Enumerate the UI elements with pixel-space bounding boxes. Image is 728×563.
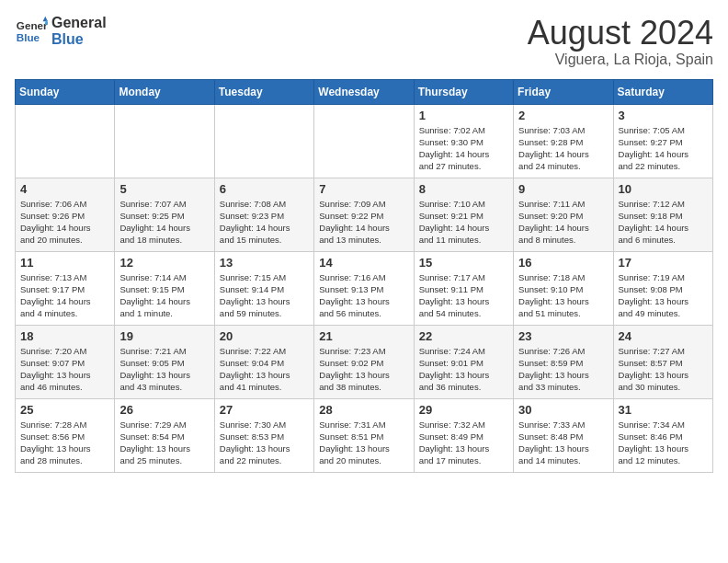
day-number: 16: [518, 256, 608, 270]
day-info: Sunrise: 7:05 AM Sunset: 9:27 PM Dayligh…: [619, 124, 708, 173]
day-number: 18: [20, 329, 109, 343]
day-info: Sunrise: 7:15 AM Sunset: 9:14 PM Dayligh…: [220, 271, 309, 320]
day-number: 13: [220, 256, 309, 270]
day-number: 6: [220, 182, 309, 196]
day-number: 10: [619, 182, 708, 196]
calendar-cell: 25Sunrise: 7:28 AM Sunset: 8:56 PM Dayli…: [16, 398, 115, 472]
calendar-cell: 19Sunrise: 7:21 AM Sunset: 9:05 PM Dayli…: [115, 325, 214, 398]
weekday-header-monday: Monday: [115, 79, 214, 104]
day-info: Sunrise: 7:08 AM Sunset: 9:23 PM Dayligh…: [220, 198, 309, 247]
calendar-cell: [214, 104, 313, 178]
weekday-header-saturday: Saturday: [613, 79, 712, 104]
logo-general: General: [51, 15, 107, 31]
calendar-cell: 17Sunrise: 7:19 AM Sunset: 9:08 PM Dayli…: [613, 251, 712, 325]
calendar-week-row: 25Sunrise: 7:28 AM Sunset: 8:56 PM Dayli…: [16, 398, 713, 472]
logo-icon: General Blue: [15, 15, 48, 48]
day-number: 3: [619, 109, 708, 122]
day-info: Sunrise: 7:03 AM Sunset: 9:28 PM Dayligh…: [518, 124, 608, 173]
day-info: Sunrise: 7:06 AM Sunset: 9:26 PM Dayligh…: [20, 198, 109, 247]
calendar-cell: 10Sunrise: 7:12 AM Sunset: 9:18 PM Dayli…: [613, 178, 712, 251]
calendar-cell: 11Sunrise: 7:13 AM Sunset: 9:17 PM Dayli…: [16, 251, 115, 325]
calendar-cell: 22Sunrise: 7:24 AM Sunset: 9:01 PM Dayli…: [414, 325, 513, 398]
title-block: August 2024 Viguera, La Rioja, Spain: [528, 15, 713, 68]
day-number: 9: [518, 182, 608, 196]
day-number: 26: [119, 403, 209, 417]
day-info: Sunrise: 7:10 AM Sunset: 9:21 PM Dayligh…: [419, 198, 508, 247]
day-info: Sunrise: 7:32 AM Sunset: 8:49 PM Dayligh…: [419, 419, 508, 467]
svg-text:Blue: Blue: [17, 31, 40, 43]
calendar-cell: 15Sunrise: 7:17 AM Sunset: 9:11 PM Dayli…: [414, 251, 513, 325]
day-number: 24: [619, 329, 708, 343]
page-header: General Blue General Blue August 2024 Vi…: [15, 15, 713, 68]
day-info: Sunrise: 7:22 AM Sunset: 9:04 PM Dayligh…: [220, 345, 309, 394]
day-number: 7: [319, 182, 408, 196]
weekday-header-sunday: Sunday: [16, 79, 115, 104]
calendar-cell: 5Sunrise: 7:07 AM Sunset: 9:25 PM Daylig…: [115, 178, 214, 251]
day-number: 11: [20, 256, 109, 270]
day-info: Sunrise: 7:23 AM Sunset: 9:02 PM Dayligh…: [319, 345, 408, 394]
day-number: 14: [319, 256, 408, 270]
weekday-header-wednesday: Wednesday: [314, 79, 414, 104]
calendar-week-row: 1Sunrise: 7:02 AM Sunset: 9:30 PM Daylig…: [16, 104, 713, 178]
weekday-header-thursday: Thursday: [414, 79, 513, 104]
calendar-cell: 31Sunrise: 7:34 AM Sunset: 8:46 PM Dayli…: [613, 398, 712, 472]
day-info: Sunrise: 7:24 AM Sunset: 9:01 PM Dayligh…: [419, 345, 508, 394]
calendar-cell: 13Sunrise: 7:15 AM Sunset: 9:14 PM Dayli…: [214, 251, 313, 325]
day-info: Sunrise: 7:17 AM Sunset: 9:11 PM Dayligh…: [419, 271, 508, 320]
calendar-cell: [115, 104, 214, 178]
calendar-cell: 4Sunrise: 7:06 AM Sunset: 9:26 PM Daylig…: [16, 178, 115, 251]
day-number: 31: [619, 403, 708, 417]
calendar-cell: 20Sunrise: 7:22 AM Sunset: 9:04 PM Dayli…: [214, 325, 313, 398]
day-info: Sunrise: 7:30 AM Sunset: 8:53 PM Dayligh…: [220, 419, 309, 467]
weekday-header-row: SundayMondayTuesdayWednesdayThursdayFrid…: [16, 79, 713, 104]
calendar-cell: 14Sunrise: 7:16 AM Sunset: 9:13 PM Dayli…: [314, 251, 414, 325]
day-number: 2: [518, 109, 608, 122]
day-info: Sunrise: 7:21 AM Sunset: 9:05 PM Dayligh…: [119, 345, 209, 394]
calendar-cell: 7Sunrise: 7:09 AM Sunset: 9:22 PM Daylig…: [314, 178, 414, 251]
day-number: 17: [619, 256, 708, 270]
calendar-cell: 12Sunrise: 7:14 AM Sunset: 9:15 PM Dayli…: [115, 251, 214, 325]
logo-blue: Blue: [51, 31, 107, 48]
logo: General Blue General Blue: [15, 15, 107, 48]
calendar-cell: 1Sunrise: 7:02 AM Sunset: 9:30 PM Daylig…: [414, 104, 513, 178]
day-info: Sunrise: 7:16 AM Sunset: 9:13 PM Dayligh…: [319, 271, 408, 320]
calendar-cell: 26Sunrise: 7:29 AM Sunset: 8:54 PM Dayli…: [115, 398, 214, 472]
day-info: Sunrise: 7:19 AM Sunset: 9:08 PM Dayligh…: [619, 271, 708, 320]
calendar-cell: [314, 104, 414, 178]
day-number: 15: [419, 256, 508, 270]
day-number: 29: [419, 403, 508, 417]
day-info: Sunrise: 7:02 AM Sunset: 9:30 PM Dayligh…: [419, 124, 508, 173]
day-info: Sunrise: 7:11 AM Sunset: 9:20 PM Dayligh…: [518, 198, 608, 247]
day-info: Sunrise: 7:33 AM Sunset: 8:48 PM Dayligh…: [518, 419, 608, 467]
day-number: 5: [119, 182, 209, 196]
day-info: Sunrise: 7:07 AM Sunset: 9:25 PM Dayligh…: [119, 198, 209, 247]
calendar-cell: 30Sunrise: 7:33 AM Sunset: 8:48 PM Dayli…: [514, 398, 613, 472]
calendar-cell: 16Sunrise: 7:18 AM Sunset: 9:10 PM Dayli…: [514, 251, 613, 325]
calendar-cell: 2Sunrise: 7:03 AM Sunset: 9:28 PM Daylig…: [514, 104, 613, 178]
day-number: 22: [419, 329, 508, 343]
day-info: Sunrise: 7:09 AM Sunset: 9:22 PM Dayligh…: [319, 198, 408, 247]
day-number: 20: [220, 329, 309, 343]
calendar-cell: 24Sunrise: 7:27 AM Sunset: 8:57 PM Dayli…: [613, 325, 712, 398]
day-number: 25: [20, 403, 109, 417]
calendar-cell: 18Sunrise: 7:20 AM Sunset: 9:07 PM Dayli…: [16, 325, 115, 398]
day-info: Sunrise: 7:27 AM Sunset: 8:57 PM Dayligh…: [619, 345, 708, 394]
calendar-cell: [16, 104, 115, 178]
day-info: Sunrise: 7:31 AM Sunset: 8:51 PM Dayligh…: [319, 419, 408, 467]
day-number: 8: [419, 182, 508, 196]
calendar-cell: 23Sunrise: 7:26 AM Sunset: 8:59 PM Dayli…: [514, 325, 613, 398]
day-info: Sunrise: 7:12 AM Sunset: 9:18 PM Dayligh…: [619, 198, 708, 247]
calendar-cell: 21Sunrise: 7:23 AM Sunset: 9:02 PM Dayli…: [314, 325, 414, 398]
calendar-subtitle: Viguera, La Rioja, Spain: [528, 52, 713, 68]
calendar-cell: 6Sunrise: 7:08 AM Sunset: 9:23 PM Daylig…: [214, 178, 313, 251]
day-number: 30: [518, 403, 608, 417]
weekday-header-friday: Friday: [514, 79, 613, 104]
weekday-header-tuesday: Tuesday: [214, 79, 313, 104]
calendar-week-row: 11Sunrise: 7:13 AM Sunset: 9:17 PM Dayli…: [16, 251, 713, 325]
calendar-cell: 8Sunrise: 7:10 AM Sunset: 9:21 PM Daylig…: [414, 178, 513, 251]
calendar-week-row: 18Sunrise: 7:20 AM Sunset: 9:07 PM Dayli…: [16, 325, 713, 398]
day-info: Sunrise: 7:28 AM Sunset: 8:56 PM Dayligh…: [20, 419, 109, 467]
day-number: 4: [20, 182, 109, 196]
day-info: Sunrise: 7:18 AM Sunset: 9:10 PM Dayligh…: [518, 271, 608, 320]
calendar-cell: 29Sunrise: 7:32 AM Sunset: 8:49 PM Dayli…: [414, 398, 513, 472]
